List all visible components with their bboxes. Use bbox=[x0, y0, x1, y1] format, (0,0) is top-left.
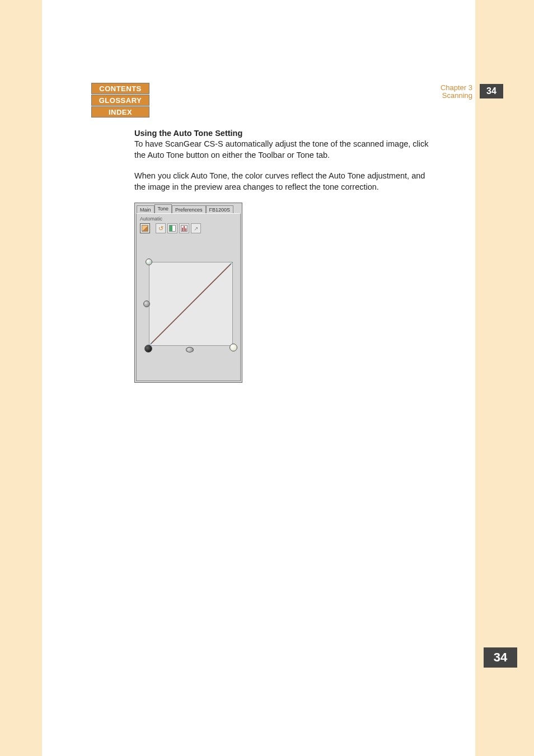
reset-tone-button[interactable] bbox=[156, 223, 166, 233]
panel-tab-row: Main Tone Preferences FB1200S bbox=[135, 203, 242, 213]
page-number-top: 34 bbox=[480, 84, 503, 98]
tab-main-label: Main bbox=[140, 207, 151, 213]
tone-curve-button[interactable] bbox=[191, 223, 201, 233]
tab-device[interactable]: FB1200S bbox=[206, 205, 234, 213]
section-heading: Using the Auto Tone Setting bbox=[134, 129, 453, 138]
tone-tab-body: Automatic bbox=[136, 213, 241, 381]
nav-button-group: CONTENTS GLOSSARY INDEX bbox=[91, 83, 149, 118]
body-paragraph-2: When you click Auto Tone, the color curv… bbox=[134, 171, 437, 192]
left-margin-strip bbox=[0, 0, 42, 756]
gray-point-handle[interactable] bbox=[186, 347, 194, 353]
tone-toolbar bbox=[140, 223, 237, 233]
tab-tone[interactable]: Tone bbox=[154, 204, 172, 213]
page-number-bottom: 34 bbox=[484, 647, 517, 668]
tone-curve-graph[interactable] bbox=[149, 262, 233, 346]
tab-tone-label: Tone bbox=[158, 206, 169, 212]
chapter-section: Scanning bbox=[441, 92, 472, 100]
tone-panel: Main Tone Preferences FB1200S Automatic bbox=[134, 203, 242, 383]
right-margin-strip bbox=[475, 0, 534, 756]
histogram-button[interactable] bbox=[179, 223, 189, 233]
white-point-handle[interactable] bbox=[229, 344, 237, 351]
nav-glossary-button[interactable]: GLOSSARY bbox=[91, 95, 149, 106]
chapter-number: Chapter 3 bbox=[441, 84, 472, 92]
tab-device-label: FB1200S bbox=[209, 207, 231, 213]
tone-mode-label: Automatic bbox=[140, 216, 237, 222]
nav-contents-button[interactable]: CONTENTS bbox=[91, 83, 149, 94]
tab-main[interactable]: Main bbox=[137, 205, 154, 213]
page-content: CONTENTS GLOSSARY INDEX Chapter 3 Scanni… bbox=[42, 0, 475, 756]
tab-preferences[interactable]: Preferences bbox=[172, 205, 206, 213]
tab-preferences-label: Preferences bbox=[175, 207, 203, 213]
body-paragraph-1: To have ScanGear CS-S automatically adju… bbox=[134, 139, 437, 161]
black-point-handle[interactable] bbox=[144, 345, 152, 353]
contrast-brightness-button[interactable] bbox=[167, 223, 177, 233]
svg-line-2 bbox=[149, 262, 232, 345]
chapter-header: Chapter 3 Scanning bbox=[441, 84, 472, 100]
nav-index-button[interactable]: INDEX bbox=[91, 106, 149, 118]
auto-tone-button[interactable] bbox=[140, 223, 150, 233]
